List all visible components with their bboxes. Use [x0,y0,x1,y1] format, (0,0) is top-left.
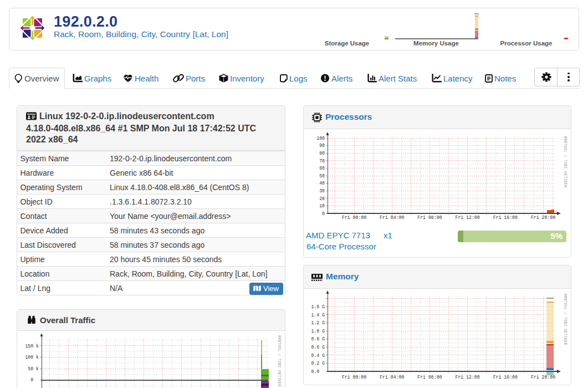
svg-text:0.6 G: 0.6 G [311,345,325,350]
svg-text:Fri 20:00: Fri 20:00 [531,215,555,220]
svg-text:50 k: 50 k [28,366,39,371]
svg-text:Fri 16:00: Fri 16:00 [493,375,518,380]
svg-text:0.0: 0.0 [311,369,325,374]
svg-text:0: 0 [30,377,39,382]
svg-text:70: 70 [319,159,325,164]
svg-text:Fri 04:00: Fri 04:00 [380,375,404,380]
svg-text:RRDTOOL / TOBI OETIKER: RRDTOOL / TOBI OETIKER [563,136,567,187]
svg-text:0: 0 [322,211,325,216]
svg-text:Fri 20:00: Fri 20:00 [531,375,555,380]
svg-text:Fri 00:00: Fri 00:00 [342,215,366,220]
svg-text:0.4 G: 0.4 G [311,353,325,358]
svg-text:30: 30 [319,188,325,193]
svg-text:Fri 00:00: Fri 00:00 [342,375,366,380]
svg-text:50: 50 [319,173,325,178]
svg-text:40: 40 [319,181,325,186]
svg-text:1.2 G: 1.2 G [311,320,325,325]
svg-text:1.6 G: 1.6 G [311,304,325,309]
svg-text:Fri 16:00: Fri 16:00 [493,215,518,220]
svg-text:100: 100 [316,136,325,141]
svg-text:100 k: 100 k [25,355,39,360]
svg-text:10: 10 [319,203,325,208]
svg-text:150 k: 150 k [25,344,39,349]
svg-text:80: 80 [319,151,325,156]
svg-text:RRDTOOL / TOBI OETIKER: RRDTOOL / TOBI OETIKER [563,294,567,345]
svg-text:RRDTOOL / TOBI OETIKER: RRDTOOL / TOBI OETIKER [277,335,281,386]
svg-text:0.2 G: 0.2 G [311,361,325,366]
svg-text:0.8 G: 0.8 G [311,336,325,341]
svg-text:Fri 08:00: Fri 08:00 [417,215,442,220]
svg-text:60: 60 [319,166,325,171]
svg-text:Fri 12:00: Fri 12:00 [455,215,479,220]
svg-text:Fri 08:00: Fri 08:00 [417,375,442,380]
svg-text:90: 90 [319,143,325,148]
svg-text:Fri 04:00: Fri 04:00 [380,215,404,220]
svg-text:1.4 G: 1.4 G [311,313,325,318]
svg-text:Fri 12:00: Fri 12:00 [455,375,479,380]
svg-text:1.0 G: 1.0 G [311,329,325,334]
svg-text:20: 20 [319,196,325,201]
